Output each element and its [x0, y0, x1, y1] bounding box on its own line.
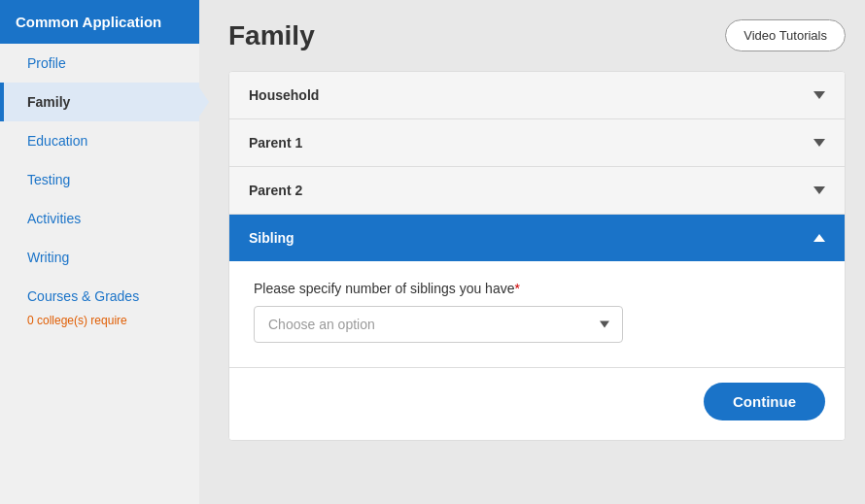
sidebar-item-writing[interactable]: Writing	[0, 238, 199, 277]
accordion-household[interactable]: Household	[229, 72, 845, 119]
sidebar-item-education[interactable]: Education	[0, 121, 199, 160]
sibling-expanded-content: Please specify number of siblings you ha…	[229, 261, 845, 368]
page-title: Family	[228, 20, 315, 51]
sidebar-item-courses[interactable]: Courses & Grades	[0, 277, 199, 308]
accordion-sibling[interactable]: Sibling	[229, 215, 845, 261]
sidebar-item-profile[interactable]: Profile	[0, 44, 199, 83]
siblings-select-wrapper: Choose an option 0 1 2 3 4 5+	[254, 306, 623, 343]
sidebar-header[interactable]: Common Application	[0, 0, 199, 44]
page-header: Family Video Tutorials	[228, 19, 846, 51]
household-label: Household	[249, 87, 319, 103]
siblings-field-label: Please specify number of siblings you ha…	[254, 281, 820, 296]
siblings-select[interactable]: Choose an option 0 1 2 3 4 5+	[254, 306, 623, 343]
sibling-arrow-icon	[813, 234, 825, 242]
accordion-parent1[interactable]: Parent 1	[229, 119, 845, 167]
parent1-arrow-icon	[813, 139, 825, 147]
sibling-label: Sibling	[249, 230, 294, 246]
accordion-parent2[interactable]: Parent 2	[229, 167, 845, 215]
main-content: Family Video Tutorials Household Parent …	[199, 0, 865, 504]
household-arrow-icon	[813, 91, 825, 99]
video-tutorials-button[interactable]: Video Tutorials	[725, 19, 846, 51]
parent2-arrow-icon	[813, 186, 825, 194]
content-card: Household Parent 1 Parent 2 Sibling Plea…	[228, 71, 846, 441]
sidebar-item-activities[interactable]: Activities	[0, 199, 199, 238]
parent2-label: Parent 2	[249, 183, 302, 198]
sidebar-item-family[interactable]: Family	[0, 83, 199, 121]
continue-row: Continue	[229, 368, 845, 440]
required-marker: *	[514, 281, 519, 296]
parent1-label: Parent 1	[249, 135, 302, 151]
sidebar: Common Application Profile Family Educat…	[0, 0, 199, 504]
sidebar-item-testing[interactable]: Testing	[0, 160, 199, 199]
continue-button[interactable]: Continue	[704, 383, 825, 420]
courses-subtext: 0 college(s) require	[0, 308, 199, 329]
